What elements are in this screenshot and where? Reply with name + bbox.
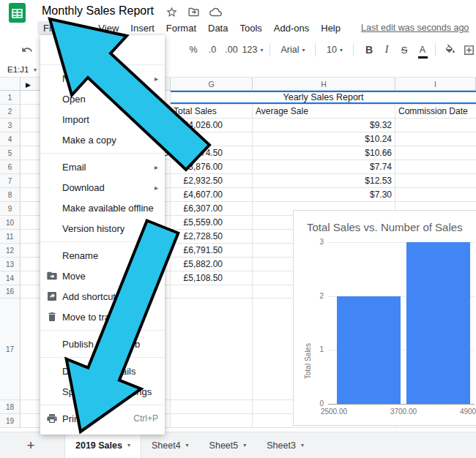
menu-help[interactable]: Help	[315, 21, 346, 35]
star-icon[interactable]	[166, 6, 178, 18]
sheet-tab-sheet3[interactable]: Sheet3▾	[256, 432, 314, 458]
cell-g2[interactable]: Total Sales	[171, 105, 253, 118]
last-edit-link[interactable]: Last edit was seconds ago	[361, 23, 469, 33]
row-header-17[interactable]: 17	[0, 299, 21, 399]
row-header-8[interactable]: 8	[0, 188, 21, 201]
row-header-16[interactable]: 16	[0, 285, 21, 298]
select-all-corner[interactable]	[0, 78, 21, 91]
row-header-9[interactable]: 9	[0, 202, 21, 215]
menu-insert[interactable]: Insert	[124, 21, 160, 35]
cell-g13[interactable]: £5,882.00	[171, 258, 253, 271]
row-header-6[interactable]: 6	[0, 160, 21, 173]
font-size-selector[interactable]: 10▾	[322, 41, 347, 59]
fill-color-button[interactable]	[441, 41, 458, 59]
menu-add-ons[interactable]: Add-ons	[268, 21, 315, 35]
bold-button[interactable]: B	[362, 41, 376, 59]
file-menu-item-open[interactable]: OpenCtrl+O	[40, 89, 165, 109]
strikethrough-button[interactable]: S	[397, 41, 412, 59]
chart-bar[interactable]	[406, 242, 470, 404]
cell-g17[interactable]	[171, 299, 253, 399]
row-header-3[interactable]: 3	[0, 119, 21, 132]
name-box[interactable]: E1:J1	[7, 61, 29, 78]
column-header-i[interactable]: I	[395, 78, 476, 91]
cell-i6[interactable]	[395, 160, 476, 173]
sheets-logo[interactable]	[8, 3, 26, 23]
file-menu-item-make-available-offline[interactable]: Make available offline	[40, 198, 165, 218]
sheet-tab-sheet5[interactable]: Sheet5▾	[199, 432, 257, 458]
cloud-saved-icon[interactable]	[209, 6, 222, 18]
text-color-button[interactable]: A	[414, 41, 431, 59]
row-header-7[interactable]: 7	[0, 174, 21, 187]
file-menu-item-rename[interactable]: Rename	[40, 245, 165, 266]
row-header-19[interactable]: 19	[0, 414, 21, 427]
cell-i8[interactable]	[395, 188, 476, 201]
format-percent-button[interactable]: %	[185, 41, 202, 59]
cell-g19[interactable]	[171, 414, 253, 427]
row-header-11[interactable]: 11	[0, 230, 21, 243]
cell-i2[interactable]: Commission Date	[395, 105, 476, 118]
embedded-chart[interactable]: Total Sales vs. Number of Sales Total Sa…	[293, 210, 476, 426]
chevron-down-icon[interactable]: ▾	[34, 67, 37, 73]
file-menu-item-download[interactable]: Download▸	[40, 177, 165, 198]
cell-g7[interactable]: £2,932.50	[171, 174, 253, 187]
row-header-12[interactable]: 12	[0, 244, 21, 257]
sheet-tab-sheet4[interactable]: Sheet4▾	[141, 432, 199, 458]
undo-button[interactable]	[19, 41, 35, 59]
row-header-1[interactable]: 1	[0, 91, 21, 104]
cell-g4[interactable]: 5000.5	[171, 132, 253, 146]
cell-g8[interactable]: £4,607.00	[171, 188, 253, 201]
column-header-g[interactable]: G	[171, 78, 253, 91]
cell-i4[interactable]	[395, 132, 476, 146]
file-menu-item-document-details[interactable]: Document details	[40, 361, 165, 381]
file-menu-item-add-shortcut-to-drive[interactable]: Add shortcut to Drive	[40, 286, 165, 307]
menu-file[interactable]: File	[37, 21, 64, 35]
cell-h3[interactable]: $9.32	[253, 119, 395, 132]
document-title[interactable]: Monthly Sales Report	[42, 4, 154, 18]
font-family-selector[interactable]: Arial▾	[275, 41, 310, 59]
cell-g6[interactable]: £3,876.00	[171, 160, 253, 173]
menu-tools[interactable]: Tools	[234, 21, 267, 35]
file-menu-item-make-a-copy[interactable]: Make a copy	[40, 129, 165, 150]
borders-button[interactable]	[460, 41, 476, 59]
file-menu-item-new[interactable]: New▸	[40, 68, 165, 89]
cell-h5[interactable]: $10.66	[253, 146, 395, 159]
cell-g18[interactable]	[171, 400, 253, 413]
row-header-5[interactable]: 5	[0, 146, 21, 159]
file-menu-item-import[interactable]: Import	[40, 109, 165, 129]
cell-g9[interactable]: £6,307.00	[171, 202, 253, 215]
file-menu-item-publish-to-the-web[interactable]: Publish to the web	[40, 334, 165, 354]
row-header-13[interactable]: 13	[0, 258, 21, 271]
cell-h8[interactable]: $7.30	[253, 188, 395, 201]
file-menu-item-version-history[interactable]: Version history▸	[40, 218, 165, 239]
cell-g12[interactable]: £6,791.50	[171, 244, 253, 257]
cell-i7[interactable]	[395, 174, 476, 187]
increase-decimal-button[interactable]: .00	[221, 41, 242, 59]
cell-g16[interactable]	[171, 285, 253, 298]
cell-i5[interactable]	[395, 146, 476, 159]
row-header-18[interactable]: 18	[0, 400, 21, 413]
cell-h4[interactable]: $10.24	[253, 132, 395, 146]
file-menu-item-move-to-trash[interactable]: Move to trash	[40, 307, 165, 327]
cell-g3[interactable]: £4,026.00	[171, 119, 253, 132]
sheet-tab-2019-sales[interactable]: 2019 Sales▾	[64, 432, 141, 458]
row-header-4[interactable]: 4	[0, 132, 21, 146]
file-menu-item-move[interactable]: Move	[40, 266, 165, 286]
row-header-14[interactable]: 14	[0, 271, 21, 285]
cell-g14[interactable]: £5,108.50	[171, 271, 253, 285]
decrease-decimal-button[interactable]: .0	[204, 41, 221, 59]
merged-title-cell[interactable]: Yearly Sales Report	[171, 91, 476, 104]
column-header-h[interactable]: H	[253, 78, 395, 91]
cell-i3[interactable]	[395, 119, 476, 132]
cell-h2[interactable]: Average Sale	[253, 105, 395, 118]
row-header-10[interactable]: 10	[0, 216, 21, 229]
menu-view[interactable]: View	[92, 21, 124, 35]
file-menu-item-email[interactable]: Email▸	[40, 157, 165, 177]
menu-edit[interactable]: Edit	[64, 21, 92, 35]
file-menu-item-spreadsheet-settings[interactable]: Spreadsheet settings	[40, 381, 165, 402]
expand-arrow-icon[interactable]: ▶	[26, 81, 31, 89]
menu-format[interactable]: Format	[160, 21, 202, 35]
cell-g11[interactable]: £2,728.50	[171, 230, 253, 243]
chart-bar[interactable]	[337, 296, 401, 404]
cell-h6[interactable]: $7.74	[253, 160, 395, 173]
italic-button[interactable]: I	[379, 41, 394, 59]
